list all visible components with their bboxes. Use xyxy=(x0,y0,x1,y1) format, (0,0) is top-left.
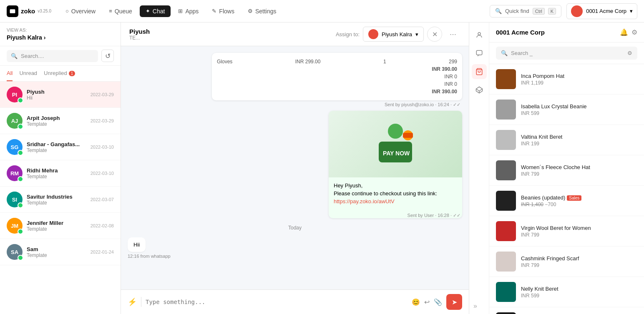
chat-item-jennifer[interactable]: JM Jennifer Miller Template 2022-02-08 xyxy=(0,213,121,239)
filter-icon[interactable]: ⚙ xyxy=(627,50,632,56)
message-input[interactable] xyxy=(146,299,408,305)
order-card: Gloves INR 299.00 1 299 INR 390.00 INR 0 xyxy=(212,53,462,100)
chat-item-sridhar[interactable]: SG Sridhar - Gangafas... Template 2022-0… xyxy=(0,134,121,160)
chat-avatar: SA xyxy=(7,244,23,260)
chat-avatar: SG xyxy=(7,139,23,155)
close-chat-button[interactable]: ✕ xyxy=(427,27,442,42)
sidebar-search-box[interactable]: 🔍 Search.... xyxy=(7,50,98,62)
ai-button[interactable]: ⚡ xyxy=(128,297,137,307)
products-list: Inca Pompom Hat INR 1,199 Isabella Lux C… xyxy=(489,64,644,314)
order-table: Gloves INR 299.00 1 299 INR 390.00 INR 0 xyxy=(212,53,462,100)
product-item-p6[interactable]: Virgin Wool Beret for Women INR 799 xyxy=(489,216,644,247)
filter-button[interactable]: ⚙ xyxy=(631,28,637,36)
send-button[interactable]: ➤ xyxy=(446,294,462,310)
shopping-bag-icon-btn[interactable] xyxy=(472,64,487,79)
chat-item-savitur[interactable]: SI Savitur Industries Template 2022-03-0… xyxy=(0,187,121,213)
chat-avatar: PI xyxy=(7,87,23,102)
chat-name: Sam xyxy=(27,246,86,252)
svg-point-1 xyxy=(388,124,403,139)
cube-icon-btn[interactable] xyxy=(472,82,487,97)
toolbar-icons: 😊 ↩ 📎 xyxy=(412,298,442,306)
nav-item-apps[interactable]: ⊞Apps xyxy=(172,5,204,17)
product-item-p8[interactable]: Nelly Knit Beret INR 599 xyxy=(489,277,644,307)
product-thumbnail xyxy=(496,160,516,180)
product-item-p1[interactable]: Inca Pompom Hat INR 1,199 xyxy=(489,64,644,95)
order-row: Gloves INR 299.00 1 299 xyxy=(217,58,457,65)
chat-name: Sridhar - Gangafas... xyxy=(27,141,86,147)
received-message: Hii 12:16 from whatsapp xyxy=(128,237,462,259)
emoji-icon[interactable]: 😊 xyxy=(412,298,420,306)
chat-item-ridhi[interactable]: RM Ridhi Mehra Template 2022-03-10 xyxy=(0,160,121,187)
nav-item-settings[interactable]: ⚙Settings xyxy=(242,5,282,17)
logo-icon xyxy=(7,5,18,17)
chat-item-sam[interactable]: SA Sam Template 2022-01-24 xyxy=(0,239,121,265)
product-price: INR 799 xyxy=(521,171,590,177)
chat-info: Sridhar - Gangafas... Template xyxy=(27,141,86,153)
assignee-button[interactable]: Piyush Kalra ▾ xyxy=(363,27,424,42)
product-item-p4[interactable]: Women´s Fleece Cloche Hat INR 799 xyxy=(489,155,644,186)
app-body: VIEW AS: Piyush Kalra › 🔍 Search.... ↺ A… xyxy=(0,22,644,314)
user-select[interactable]: Piyush Kalra › xyxy=(7,34,114,41)
chevron-down-icon: ▾ xyxy=(415,31,418,37)
product-item-p3[interactable]: Valtina Knit Beret INR 199 xyxy=(489,125,644,155)
pay-link[interactable]: https://pay.zoko.io/awUtV xyxy=(334,198,457,204)
product-name: Beanies (updated)Sales xyxy=(521,194,581,201)
pay-now-message: PAY NOW Hey Piyush, Please continue to c… xyxy=(329,111,462,218)
refresh-button[interactable]: ↺ xyxy=(101,50,114,62)
unreplied-badge: 1 xyxy=(69,71,75,76)
chat-preview: Template xyxy=(27,121,86,127)
product-item-p2[interactable]: Isabella Lux Crystal Beanie INR 599 xyxy=(489,95,644,125)
account-avatar xyxy=(571,5,583,17)
notification-button[interactable]: 🔔 xyxy=(620,28,628,36)
search-placeholder: Search _ xyxy=(511,50,533,56)
right-search-box[interactable]: 🔍 Search _ ⚙ xyxy=(496,47,637,60)
logo[interactable]: zoko v3.25.0 xyxy=(7,5,51,17)
tab-unread[interactable]: Unread xyxy=(19,66,37,81)
person-icon-btn[interactable] xyxy=(472,27,487,42)
order-sub-row3: INR 0 xyxy=(217,80,457,88)
received-text: Hii xyxy=(128,237,146,252)
item-price: INR 299.00 xyxy=(295,59,321,65)
product-name: Inca Pompom Hat xyxy=(521,73,564,79)
product-thumbnail xyxy=(496,191,516,211)
right-sidebar-icons: » xyxy=(469,22,489,314)
expand-panel-button[interactable]: » xyxy=(469,298,481,314)
product-item-p5[interactable]: Beanies (updated)Sales INR 1,400 −700 xyxy=(489,186,644,216)
nav-item-label: Settings xyxy=(255,8,277,15)
more-options-button[interactable]: ⋯ xyxy=(445,27,460,42)
product-item-p9[interactable]: Keiko Android Flat Screen Smart TV INR 6… xyxy=(489,307,644,314)
nav-item-flows[interactable]: ✎Flows xyxy=(206,5,240,17)
chat-bubble-icon-btn[interactable] xyxy=(472,46,487,61)
chat-icon: ✦ xyxy=(146,8,150,14)
contact-sub: TE... xyxy=(129,35,150,41)
quick-find-button[interactable]: 🔍 Quick find Ctrl K xyxy=(490,5,561,17)
product-name: Nelly Knit Beret xyxy=(521,286,558,292)
nav-item-chat[interactable]: ✦Chat xyxy=(140,5,171,17)
right-panel-header: 0001 Acme Corp 🔔 ⚙ xyxy=(489,22,644,42)
product-price: INR 1,199 xyxy=(521,80,564,86)
sale-badge: Sales xyxy=(567,195,581,201)
pay-illustration: PAY NOW xyxy=(370,119,420,169)
chat-item-arpit[interactable]: AJ Arpit Joseph Template 2022-03-29 xyxy=(0,108,121,134)
chat-date: 2022-01-24 xyxy=(91,249,114,254)
attach-icon[interactable]: 📎 xyxy=(434,298,442,306)
chat-name: Jennifer Miller xyxy=(27,220,86,226)
tab-all[interactable]: All xyxy=(7,66,13,81)
chat-preview: Template xyxy=(27,252,86,258)
chat-date: 2022-03-07 xyxy=(91,197,114,202)
whatsapp-badge xyxy=(18,202,23,208)
account-button[interactable]: 0001 Acme Corp ▾ xyxy=(566,3,637,19)
chat-item-piyush[interactable]: PI Piyush Hii 2022-03-29 xyxy=(0,82,121,108)
nav-item-label: Queue xyxy=(115,8,132,15)
product-item-p7[interactable]: Cashmink Fringed Scarf INR 799 xyxy=(489,247,644,277)
reply-icon[interactable]: ↩ xyxy=(424,298,430,306)
sent-meta-2: Sent by User · 16:28 · ✓✓ xyxy=(408,213,460,218)
chat-date: 2022-03-10 xyxy=(91,145,114,150)
nav-item-overview[interactable]: ○Overview xyxy=(60,5,101,17)
nav-item-queue[interactable]: ≡Queue xyxy=(103,5,138,17)
chat-info: Savitur Industries Template xyxy=(27,194,86,206)
nav-item-label: Overview xyxy=(71,8,96,15)
chat-messages[interactable]: Gloves INR 299.00 1 299 INR 390.00 INR 0 xyxy=(121,46,469,289)
tab-unreplied[interactable]: Unreplied1 xyxy=(44,66,75,81)
chat-preview: Template xyxy=(27,147,86,153)
